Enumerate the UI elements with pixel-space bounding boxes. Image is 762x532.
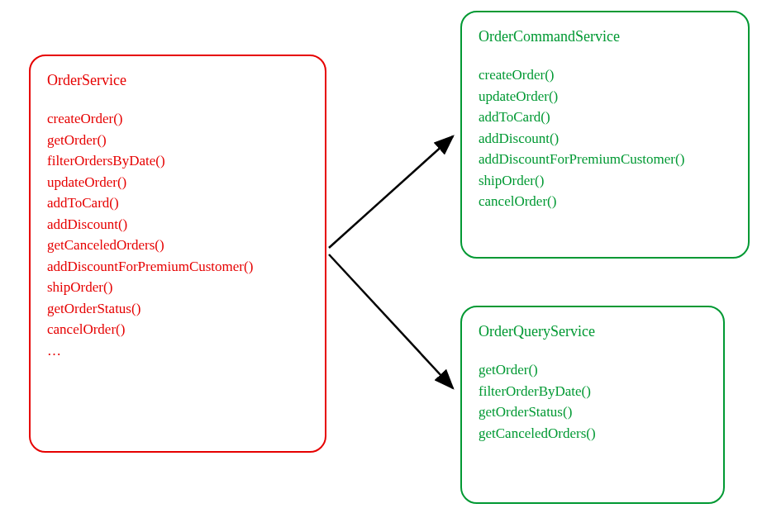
method-item: cancelOrder()	[479, 191, 731, 212]
method-item: addDiscountForPremiumCustomer()	[47, 256, 308, 278]
order-command-service-box: OrderCommandService createOrder()updateO…	[460, 11, 750, 259]
method-item: getOrderStatus()	[479, 401, 707, 423]
method-item: addDiscount()	[47, 214, 308, 235]
order-query-service-title: OrderQueryService	[479, 322, 707, 341]
method-item: getCanceledOrders()	[47, 235, 308, 256]
method-item: cancelOrder()	[47, 319, 308, 340]
method-item: filterOrderByDate()	[479, 381, 707, 402]
order-service-box: OrderService createOrder()getOrder()filt…	[29, 55, 326, 453]
order-query-service-methods: getOrder()filterOrderByDate()getOrderSta…	[479, 359, 707, 444]
method-item: getOrder()	[479, 359, 707, 381]
method-item: updateOrder()	[479, 86, 731, 107]
method-item: addToCard()	[47, 192, 308, 214]
method-item: shipOrder()	[479, 170, 731, 192]
method-item: getOrder()	[47, 130, 308, 151]
method-item: updateOrder()	[47, 172, 308, 193]
method-item: createOrder()	[479, 64, 731, 86]
order-command-service-title: OrderCommandService	[479, 27, 731, 46]
order-service-title: OrderService	[47, 71, 308, 90]
method-item: filterOrdersByDate()	[47, 150, 308, 172]
method-item: getOrderStatus()	[47, 298, 308, 320]
order-query-service-box: OrderQueryService getOrder()filterOrderB…	[460, 306, 725, 504]
arrow-to-command	[329, 136, 453, 248]
order-command-service-methods: createOrder()updateOrder()addToCard()add…	[479, 64, 731, 212]
order-service-methods: createOrder()getOrder()filterOrdersByDat…	[47, 108, 308, 361]
method-item: getCanceledOrders()	[479, 423, 707, 444]
method-item: addToCard()	[479, 107, 731, 128]
method-item: shipOrder()	[47, 277, 308, 298]
method-item: addDiscount()	[479, 128, 731, 150]
method-item: createOrder()	[47, 108, 308, 130]
method-item: …	[47, 340, 308, 362]
method-item: addDiscountForPremiumCustomer()	[479, 149, 731, 170]
arrow-to-query	[329, 254, 453, 388]
